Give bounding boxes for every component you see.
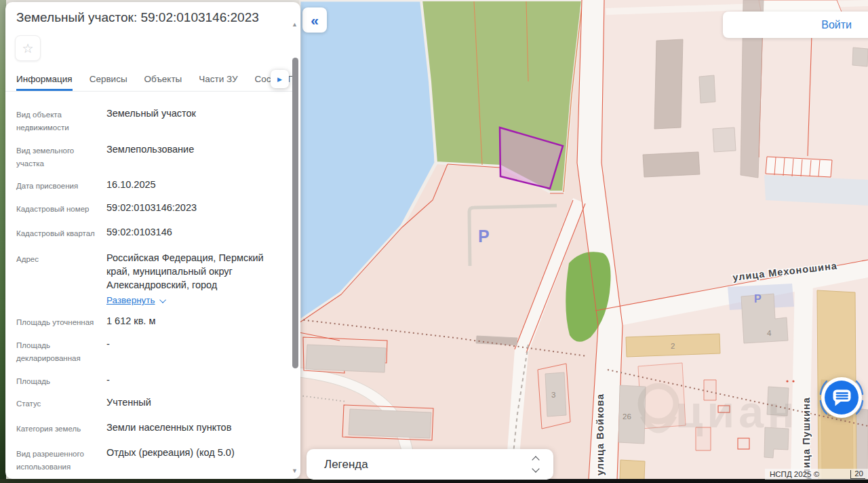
field-value: Земли населенных пунктов [106, 421, 283, 436]
legend-label: Легенда [324, 458, 533, 471]
scroll-up-icon[interactable]: ▲ [292, 21, 298, 28]
field-value: - [106, 337, 283, 365]
tab-servisy[interactable]: Сервисы [90, 74, 127, 91]
field-row: Вид объекта недвижимости Земельный участ… [16, 107, 290, 134]
attribution-text: НСПД 2025 © [770, 470, 819, 478]
field-row: Кадастровый квартал 59:02:0103146 [16, 225, 290, 240]
garage-row [766, 157, 832, 177]
field-row: Площадь декларированная - [16, 337, 290, 365]
tab-chasti-zu[interactable]: Части ЗУ [199, 74, 237, 91]
field-row: Кадастровый номер 59:02:0103146:2023 [16, 201, 290, 216]
login-label: Войти [821, 19, 852, 31]
building-number: 4 [767, 329, 772, 337]
field-label: Вид объекта недвижимости [16, 107, 101, 134]
red-dot [786, 380, 788, 382]
chat-bubble-icon [818, 374, 865, 421]
field-label: Площадь [16, 373, 101, 388]
field-row: Категория земель Земли населенных пункто… [16, 421, 290, 436]
field-row: Вид земельного участка Землепользование [16, 142, 290, 170]
tab-bar: Информация Сервисы Объекты Части ЗУ Сост… [5, 68, 293, 92]
page-title: Земельный участок: 59:02:0103146:2023 [16, 10, 288, 25]
legend-toggle-icon[interactable] [533, 457, 538, 471]
building-number: 3 [551, 391, 555, 399]
field-value: - [106, 373, 283, 388]
field-label: Дата присвоения [16, 178, 101, 193]
field-label: Кадастровый номер [16, 201, 101, 216]
chevron-down-icon [159, 296, 166, 303]
field-value: Учтенный [106, 395, 283, 410]
street-label-pushkina: улица Пушкина [801, 397, 812, 480]
field-label: Адрес [16, 251, 101, 307]
field-row: Площадь уточненная 1 612 кв. м [16, 314, 290, 329]
field-value: Землепользование [106, 142, 283, 170]
field-row-address: Адрес Российская Федерация, Пермский кра… [16, 251, 290, 307]
field-row: Дата присвоения 16.10.2025 [16, 178, 290, 193]
field-value: Земельный участок [106, 107, 283, 134]
field-row: Статус Учтенный [16, 395, 290, 410]
parking-icon: P [478, 227, 490, 246]
tabs-scroll-right-button[interactable]: ▶ [271, 70, 289, 88]
field-value: Отдых (рекреация) (код 5.0) [106, 446, 283, 474]
login-button[interactable]: Войти [723, 12, 868, 38]
building-number: 2 [671, 342, 675, 350]
field-value: 59:02:0103146 [106, 225, 283, 240]
panel-scrollbar[interactable] [292, 58, 298, 368]
map-attribution: НСПД 2025 © 20 [765, 469, 868, 480]
tab-obekty[interactable]: Объекты [144, 74, 182, 91]
star-icon: ☆ [22, 41, 33, 56]
field-label: Площадь декларированная [16, 337, 101, 365]
expand-address-link[interactable]: Развернуть [106, 294, 155, 307]
chevron-down-icon [532, 465, 539, 472]
tab-informatsiya[interactable]: Информация [16, 74, 73, 91]
map[interactable]: циан P P 2 3 4 26 30 улица Мехоношина ул… [299, 0, 868, 480]
field-value: 59:02:0103146:2023 [106, 201, 283, 216]
field-label: Вид земельного участка [16, 142, 101, 170]
field-row: Площадь - [16, 373, 290, 388]
scale-bar: 20 [850, 470, 865, 479]
field-label: Площадь уточненная [16, 314, 101, 329]
field-label: Статус [16, 395, 101, 410]
street-label-voykova: улица Войкова [595, 393, 606, 476]
building-number: 26 [623, 412, 631, 421]
collapse-panel-button[interactable]: « [302, 7, 327, 33]
red-dot [792, 380, 794, 382]
field-label: Категория земель [16, 421, 101, 436]
field-row: Вид разрешенного использования Отдых (ре… [16, 446, 290, 474]
arrow-right-icon: ▶ [277, 76, 282, 83]
address-text: Российская Федерация, Пермский край, мун… [106, 252, 264, 290]
chevron-up-icon [532, 456, 539, 463]
svg-text:циан: циан [675, 387, 799, 437]
chat-button[interactable] [818, 374, 865, 421]
field-value: 1 612 кв. м [106, 314, 283, 329]
field-label: Кадастровый квартал [16, 225, 101, 240]
field-label: Вид разрешенного использования [16, 446, 101, 474]
legend-bar[interactable]: Легенда [307, 449, 553, 480]
field-value: 16.10.2025 [106, 178, 283, 193]
map-canvas: циан P P 2 3 4 26 30 улица Мехоношина ул… [299, 0, 868, 480]
scroll-down-icon[interactable]: ▼ [292, 467, 298, 474]
favorite-button[interactable]: ☆ [15, 35, 41, 61]
collapse-icon: « [311, 12, 319, 28]
parking-icon: P [754, 293, 762, 305]
field-value: Российская Федерация, Пермский край, мун… [106, 251, 283, 307]
object-info-panel: Земельный участок: 59:02:0103146:2023 ☆ … [5, 2, 300, 479]
